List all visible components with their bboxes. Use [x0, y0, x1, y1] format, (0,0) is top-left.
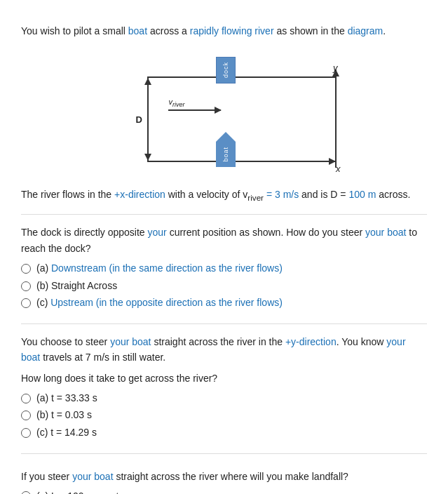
- v-river-arrow: [168, 109, 221, 111]
- option-downstream-label: (a) Downstream (in the same direction as…: [36, 262, 283, 276]
- option-upstream[interactable]: (c) Upstream (in the opposite direction …: [21, 296, 427, 310]
- section-landfall: If you steer your boat straight across t…: [21, 454, 427, 494]
- x-label: x: [336, 163, 341, 174]
- option-t-14-label: (c) t = 14.29 s: [36, 426, 97, 440]
- river-info: The river flows in the +x-direction with…: [21, 187, 427, 204]
- section3-question: If you steer your boat straight across t…: [21, 469, 427, 484]
- y-label: y: [333, 62, 338, 73]
- option-t-14[interactable]: (c) t = 14.29 s: [21, 426, 427, 440]
- y-axis: [335, 69, 337, 168]
- section1-text: The dock is directly opposite your curre…: [21, 225, 427, 256]
- radio-t-14[interactable]: [21, 428, 31, 438]
- intro-text: You wish to pilot a small boat across a …: [21, 24, 427, 39]
- dock-label: dock: [222, 62, 229, 78]
- option-straight-across[interactable]: (b) Straight Across: [21, 279, 427, 293]
- option-downstream[interactable]: (a) Downstream (in the same direction as…: [21, 262, 427, 276]
- option-t-003[interactable]: (b) t = 0.03 s: [21, 408, 427, 422]
- option-l-100-up-label: (a) L = 100 m, upstream: [36, 490, 141, 494]
- section2-text: You choose to steer your boat straight a…: [21, 334, 427, 366]
- boat-shape: boat: [216, 132, 236, 167]
- radio-l-100-up[interactable]: [21, 491, 31, 494]
- bottom-bank-line: [147, 161, 337, 162]
- section2-question: How long does it take to get across the …: [21, 371, 427, 386]
- v-river-label: vriver: [169, 98, 185, 108]
- diagram: D vriver y x dock boat: [21, 57, 427, 180]
- radio-downstream[interactable]: [21, 264, 31, 274]
- option-upstream-label: (c) Upstream (in the opposite direction …: [36, 296, 283, 310]
- option-l-100-up[interactable]: (a) L = 100 m, upstream: [21, 490, 427, 494]
- option-t-33[interactable]: (a) t = 33.33 s: [21, 392, 427, 406]
- top-bank-line: [147, 76, 337, 78]
- radio-t-33[interactable]: [21, 394, 31, 403]
- option-t-33-label: (a) t = 33.33 s: [36, 392, 97, 406]
- section-time: You choose to steer your boat straight a…: [21, 324, 427, 454]
- radio-straight-across[interactable]: [21, 281, 31, 291]
- x-axis-arrow: [314, 161, 335, 162]
- section-steer: The dock is directly opposite your curre…: [21, 215, 427, 324]
- option-t-003-label: (b) t = 0.03 s: [36, 408, 92, 422]
- radio-upstream[interactable]: [21, 298, 31, 308]
- boat-label: boat: [222, 147, 229, 162]
- boat-arrow-head: [216, 132, 236, 142]
- option-straight-across-label: (b) Straight Across: [36, 279, 117, 293]
- boat-body: boat: [216, 142, 236, 167]
- dock-shape: dock: [216, 57, 236, 84]
- radio-t-003[interactable]: [21, 410, 31, 420]
- d-arrow: [147, 78, 149, 161]
- d-label: D: [136, 114, 142, 125]
